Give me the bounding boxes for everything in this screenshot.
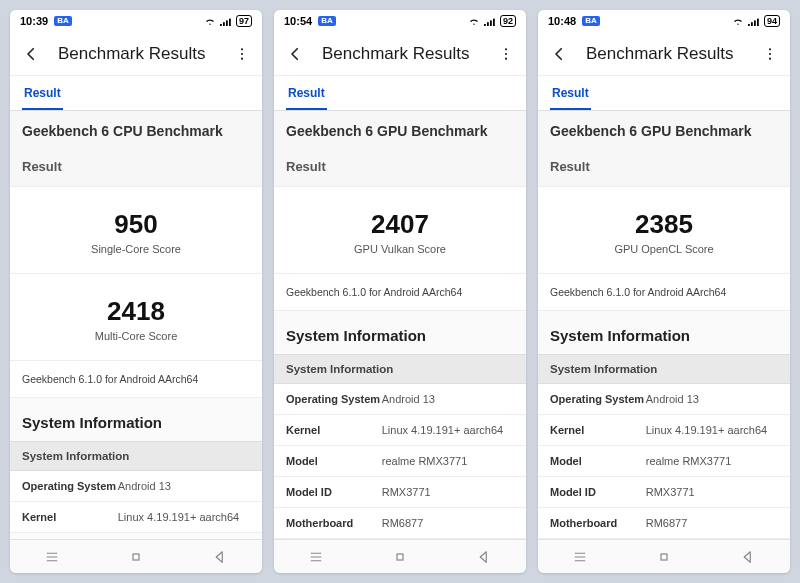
score-card: 2385 GPU OpenCL Score (538, 186, 790, 274)
tab-result[interactable]: Result (22, 76, 63, 110)
svg-point-16 (505, 48, 507, 50)
tab-result[interactable]: Result (286, 76, 327, 110)
back-button[interactable] (22, 45, 40, 63)
sysinfo-key: Model ID (550, 486, 646, 498)
sysinfo-val: Linux 4.19.191+ aarch64 (382, 424, 514, 436)
tab-row: Result (10, 76, 262, 111)
nav-home-button[interactable] (655, 548, 673, 566)
nav-recents-button[interactable] (307, 548, 325, 566)
svg-marker-11 (216, 551, 222, 562)
app-bar: Benchmark Results (274, 32, 526, 76)
score-card: 2407 GPU Vulkan Score (274, 186, 526, 274)
benchmark-sub: Result (538, 149, 790, 186)
sysinfo-key: Kernel (550, 424, 646, 436)
battery-level: 92 (500, 15, 516, 27)
sysinfo-key: Kernel (22, 511, 118, 523)
sysinfo-row: Operating System Android 13 (538, 384, 790, 415)
back-button[interactable] (550, 45, 568, 63)
sysinfo-band: System Information (274, 354, 526, 384)
more-menu-button[interactable] (234, 46, 250, 62)
svg-point-4 (241, 48, 243, 50)
sysinfo-val: Android 13 (118, 480, 250, 492)
nav-home-button[interactable] (391, 548, 409, 566)
app-bar: Benchmark Results (10, 32, 262, 76)
more-menu-button[interactable] (498, 46, 514, 62)
svg-rect-3 (229, 18, 231, 26)
status-time: 10:48 (548, 15, 576, 27)
more-menu-button[interactable] (762, 46, 778, 62)
sysinfo-row: Kernel Linux 4.19.191+ aarch64 (10, 502, 262, 533)
svg-rect-25 (751, 22, 753, 26)
sysinfo-key: Motherboard (550, 517, 646, 529)
sysinfo-heading: System Information (538, 311, 790, 354)
android-nav-bar (10, 539, 262, 573)
nav-recents-button[interactable] (43, 548, 61, 566)
status-bar: 10:48 BA 94 (538, 10, 790, 32)
score-label: Single-Core Score (10, 243, 262, 255)
sysinfo-band: System Information (538, 354, 790, 384)
score-card: 2418 Multi-Core Score (10, 274, 262, 361)
page-title: Benchmark Results (586, 44, 744, 64)
sysinfo-key: Model (550, 455, 646, 467)
tab-result[interactable]: Result (550, 76, 591, 110)
benchmark-name: Geekbench 6 GPU Benchmark (538, 111, 790, 149)
svg-marker-35 (744, 551, 750, 562)
score-value: 950 (10, 209, 262, 240)
wifi-icon (204, 16, 216, 26)
back-button[interactable] (286, 45, 304, 63)
sysinfo-band: System Information (10, 441, 262, 471)
signal-icon (748, 16, 760, 26)
signal-icon (220, 16, 232, 26)
nav-home-button[interactable] (127, 548, 145, 566)
status-bar: 10:54 BA 92 (274, 10, 526, 32)
sysinfo-val: realme RMX3771 (382, 455, 514, 467)
sysinfo-val: Linux 4.19.191+ aarch64 (118, 511, 250, 523)
nav-back-button[interactable] (211, 548, 229, 566)
nav-recents-button[interactable] (571, 548, 589, 566)
version-text: Geekbench 6.1.0 for Android AArch64 (274, 274, 526, 311)
sysinfo-heading: System Information (274, 311, 526, 354)
svg-rect-2 (226, 20, 228, 26)
benchmark-sub: Result (274, 149, 526, 186)
svg-point-30 (769, 57, 771, 59)
svg-point-6 (241, 57, 243, 59)
benchmark-name: Geekbench 6 GPU Benchmark (274, 111, 526, 149)
svg-point-29 (769, 52, 771, 54)
sysinfo-key: Model (286, 455, 382, 467)
content-scroll[interactable]: Geekbench 6 GPU Benchmark Result 2407 GP… (274, 111, 526, 539)
score-label: GPU OpenCL Score (538, 243, 790, 255)
sysinfo-row: Operating System Android 13 (10, 471, 262, 502)
android-nav-bar (274, 539, 526, 573)
svg-rect-14 (490, 20, 492, 26)
nav-back-button[interactable] (475, 548, 493, 566)
sysinfo-val: Linux 4.19.191+ aarch64 (646, 424, 778, 436)
score-value: 2418 (10, 296, 262, 327)
sysinfo-key: Operating System (550, 393, 646, 405)
svg-rect-22 (397, 554, 403, 560)
wifi-icon (468, 16, 480, 26)
sysinfo-row: Kernel Linux 4.19.191+ aarch64 (274, 415, 526, 446)
svg-rect-1 (223, 22, 225, 26)
status-time: 10:54 (284, 15, 312, 27)
status-bar: 10:39 BA 97 (10, 10, 262, 32)
sysinfo-val: Android 13 (382, 393, 514, 405)
svg-point-17 (505, 52, 507, 54)
sysinfo-row: Model realme RMX3771 (274, 446, 526, 477)
nav-back-button[interactable] (739, 548, 757, 566)
svg-rect-24 (748, 24, 750, 26)
sysinfo-val: RMX3771 (646, 486, 778, 498)
sysinfo-row: Kernel Linux 4.19.191+ aarch64 (538, 415, 790, 446)
sysinfo-row: Model ID RMX3771 (538, 477, 790, 508)
sysinfo-val: RMX3771 (382, 486, 514, 498)
sysinfo-key: Model ID (286, 486, 382, 498)
content-scroll[interactable]: Geekbench 6 CPU Benchmark Result 950 Sin… (10, 111, 262, 539)
svg-rect-12 (484, 24, 486, 26)
score-label: GPU Vulkan Score (274, 243, 526, 255)
version-text: Geekbench 6.1.0 for Android AArch64 (538, 274, 790, 311)
svg-rect-10 (133, 554, 139, 560)
svg-rect-27 (757, 18, 759, 26)
battery-level: 97 (236, 15, 252, 27)
svg-rect-0 (220, 24, 222, 26)
content-scroll[interactable]: Geekbench 6 GPU Benchmark Result 2385 GP… (538, 111, 790, 539)
svg-marker-23 (480, 551, 486, 562)
